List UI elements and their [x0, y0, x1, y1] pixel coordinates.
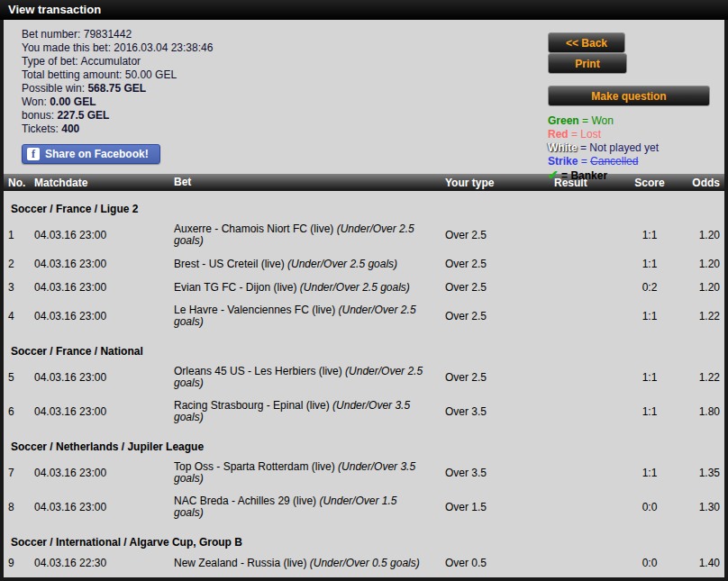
info-label: Type of bet: — [22, 55, 80, 68]
print-button[interactable]: Print — [548, 53, 627, 74]
legend-item-cancelled: Strike = Cancelled — [548, 155, 712, 168]
bet-name: Orleans 45 US - Les Herbiers (live) — [174, 365, 345, 377]
bet-row: 704.03.16 23:00Top Oss - Sparta Rotterda… — [4, 456, 724, 490]
facebook-icon: f — [27, 148, 40, 160]
share-facebook-button[interactable]: f Share on Facebook! — [22, 144, 160, 164]
bet-row: 204.03.16 23:00Brest - US Creteil (live)… — [4, 252, 724, 276]
info-value: 568.75 GEL — [87, 82, 146, 95]
your-type: Over 0.5 — [441, 557, 551, 569]
matchdate: 04.03.16 23:00 — [34, 405, 174, 418]
bet-row: 804.03.16 23:00NAC Breda - Achilles 29 (… — [4, 490, 724, 524]
view-transaction-window: View transaction Bet number: 79831442You… — [0, 0, 728, 581]
info-line: Possible win: 568.75 GEL — [22, 82, 213, 95]
odds: 1.22 — [669, 371, 724, 384]
legend-equals: = — [569, 128, 581, 141]
bet-detail: (Under/Over 2.5 goals) — [287, 258, 397, 270]
league-header: Soccer / Netherlands / Jupiler League — [4, 429, 724, 456]
info-value: 400 — [61, 123, 79, 135]
legend-value: Banker — [570, 169, 607, 182]
bet-row: 604.03.16 23:00Racing Strasbourg - Epina… — [4, 395, 724, 429]
bet-cell: Evian TG FC - Dijon (live) (Under/Over 2… — [174, 282, 441, 294]
legend-item-notplayed: White = Not played yet — [548, 141, 712, 155]
content-area: Bet number: 79831442You made this bet: 2… — [4, 20, 724, 577]
legend-item-lost: Red = Lost — [548, 128, 712, 141]
legend-equals: = — [559, 169, 571, 182]
bet-cell: NAC Breda - Achilles 29 (live) (Under/Ov… — [174, 495, 441, 519]
bet-name: Auxerre - Chamois Niort FC (live) — [174, 222, 337, 235]
score: 1:1 — [630, 371, 669, 384]
matchdate: 04.03.16 23:00 — [34, 467, 174, 479]
odds: 1.20 — [669, 281, 724, 294]
row-number: 8 — [4, 501, 34, 513]
info-value: Accumulator — [80, 55, 141, 68]
legend-value: Cancelled — [590, 155, 638, 168]
info-label: Possible win: — [22, 82, 87, 95]
bet-cell: Orleans 45 US - Les Herbiers (live) (Und… — [174, 366, 441, 389]
legend-value: Not played yet — [589, 141, 659, 154]
bet-row: 904.03.16 22:30New Zealand - Russia (liv… — [4, 551, 724, 575]
share-facebook-label: Share on Facebook! — [45, 148, 149, 160]
odds: 1.40 — [669, 557, 724, 569]
score: 1:1 — [630, 258, 669, 270]
info-line: Tickets: 400 — [22, 123, 213, 136]
matchdate: 04.03.16 23:00 — [34, 310, 174, 322]
page-title-text: View transaction — [8, 3, 101, 16]
legend: Green = WonRed = LostWhite = Not played … — [548, 114, 712, 183]
league-header: Soccer / France / Ligue 2 — [4, 191, 724, 218]
info-line: Total betting amount: 50.00 GEL — [22, 68, 213, 82]
score: 1:1 — [630, 229, 669, 241]
legend-equals: = — [579, 114, 592, 127]
actions-column: << Back Print Make question Green = WonR… — [548, 32, 712, 183]
legend-item-banker: ✔ = Banker — [548, 168, 712, 183]
your-type: Over 2.5 — [441, 229, 551, 241]
info-value: 79831442 — [84, 28, 132, 41]
score: 0:0 — [630, 501, 669, 513]
matchdate: 04.03.16 23:00 — [34, 229, 174, 241]
row-number: 2 — [4, 258, 34, 270]
bet-name: Top Oss - Sparta Rotterdam (live) — [174, 460, 338, 473]
bet-detail: (Under/Over 2.5 goals) — [300, 281, 410, 294]
row-number: 7 — [4, 467, 34, 479]
info-label: Won: — [22, 95, 50, 108]
league-header: Soccer / France / National — [4, 333, 724, 360]
score: 0:2 — [630, 281, 669, 294]
back-button[interactable]: << Back — [548, 32, 625, 53]
col-no: No. — [4, 177, 34, 189]
bet-cell: Racing Strasbourg - Epinal (live) (Under… — [174, 400, 441, 423]
bet-name: New Zealand - Russia (live) — [174, 557, 310, 569]
matchdate: 04.03.16 23:00 — [34, 371, 174, 384]
legend-equals: = — [578, 155, 590, 168]
legend-key: Green — [548, 114, 579, 127]
info-line: Type of bet: Accumulator — [22, 55, 213, 68]
summary-area: Bet number: 79831442You made this bet: 2… — [4, 20, 724, 174]
bet-cell: Top Oss - Sparta Rotterdam (live) (Under… — [174, 461, 441, 485]
score: 1:1 — [630, 405, 669, 418]
bet-cell: Auxerre - Chamois Niort FC (live) (Under… — [174, 223, 441, 247]
col-bet: Bet — [174, 177, 441, 188]
info-label: Total betting amount: — [22, 68, 125, 81]
make-question-button[interactable]: Make question — [548, 86, 710, 106]
legend-key: White — [548, 141, 578, 154]
info-value: 227.5 GEL — [57, 109, 109, 122]
bet-info-lines: Bet number: 79831442You made this bet: 2… — [22, 28, 213, 136]
legend-key: Red — [548, 128, 569, 141]
odds: 1.20 — [669, 258, 724, 270]
matchdate: 04.03.16 23:00 — [34, 501, 174, 513]
matchdate: 04.03.16 22:30 — [34, 557, 174, 569]
row-number: 3 — [4, 281, 34, 294]
legend-key: Strike — [548, 155, 578, 168]
matchdate: 04.03.16 23:00 — [34, 281, 174, 294]
bet-name: Racing Strasbourg - Epinal (live) — [174, 399, 332, 412]
info-value: 50.00 GEL — [125, 68, 177, 81]
bet-row: 104.03.16 23:00Auxerre - Chamois Niort F… — [4, 218, 724, 252]
legend-equals: = — [578, 141, 590, 154]
info-label: bonus: — [22, 109, 57, 122]
info-value: 0.00 GEL — [50, 95, 96, 108]
bet-info: Bet number: 79831442You made this bet: 2… — [22, 28, 213, 164]
bet-row: 404.03.16 23:00Le Havre - Valenciennes F… — [4, 299, 724, 333]
col-your-type: Your type — [441, 177, 551, 189]
page-title: View transaction — [0, 0, 728, 20]
bet-row: 304.03.16 23:00Evian TG FC - Dijon (live… — [4, 276, 724, 299]
your-type: Over 2.5 — [441, 281, 551, 294]
your-type: Over 3.5 — [441, 467, 551, 479]
